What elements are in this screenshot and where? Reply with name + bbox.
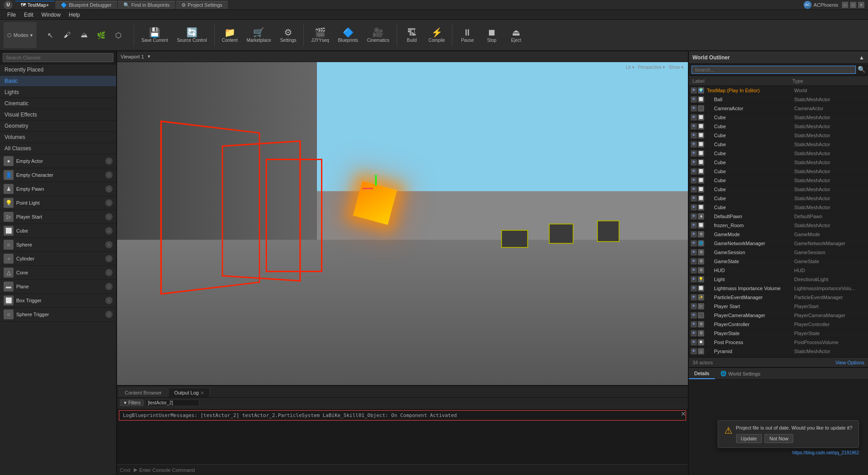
visibility-icon[interactable]: 👁 xyxy=(691,231,697,238)
outliner-row[interactable]: 👁 ⬜ Cube StaticMeshActor xyxy=(689,176,868,185)
menu-window[interactable]: Window xyxy=(38,11,64,19)
visibility-icon[interactable]: 👁 xyxy=(691,294,697,300)
outliner-row[interactable]: 👁 🎥 PlayerCameraManager PlayerCameraMana… xyxy=(689,311,868,320)
outliner-row[interactable]: 👁 ⬜ Lightmass Importance Volume Lightmas… xyxy=(689,284,868,293)
actor-info-button[interactable]: i xyxy=(105,199,113,206)
visibility-icon[interactable]: 👁 xyxy=(691,285,697,291)
build-button[interactable]: 🏗 Build xyxy=(401,22,423,48)
outliner-row[interactable]: 👁 ⬜ Cube StaticMeshActor xyxy=(689,140,868,149)
not-now-button[interactable]: Not Now xyxy=(764,434,793,443)
mode-foliage[interactable]: 🌿 xyxy=(93,26,109,44)
outliner-row[interactable]: 👁 ⬜ Ball StaticMeshActor xyxy=(689,95,868,104)
modes-button[interactable]: ⬡ Modes ▾ xyxy=(4,22,36,48)
category-lights[interactable]: Lights xyxy=(0,87,116,98)
console-input[interactable] xyxy=(139,467,685,473)
tab-output-log[interactable]: Output Log ✕ xyxy=(168,388,210,397)
visibility-icon[interactable]: 👁 xyxy=(691,141,697,148)
actor-info-button[interactable]: i xyxy=(105,255,113,262)
visibility-icon[interactable]: 👁 xyxy=(691,186,697,193)
world-outliner-collapse-icon[interactable]: ▲ xyxy=(859,54,864,61)
list-item[interactable]: ♟ Empty Pawn i xyxy=(0,182,116,196)
visibility-icon[interactable]: 👁 xyxy=(691,267,697,273)
outliner-row[interactable]: 👁 ⬜ Cube StaticMeshActor xyxy=(689,167,868,176)
visibility-icon[interactable]: 👁 xyxy=(691,258,697,264)
outliner-row[interactable]: 👁 ⚙ PlayerController PlayerController xyxy=(689,320,868,329)
minimize-button[interactable]: ─ xyxy=(842,2,848,8)
search-classes-input[interactable] xyxy=(3,53,113,62)
list-item[interactable]: 💡 Point Light i xyxy=(0,196,116,210)
tab-find-blueprints[interactable]: 🔍 Find in Blueprints xyxy=(118,1,175,9)
list-item[interactable]: ○ Sphere Trigger i xyxy=(0,308,116,322)
visibility-icon[interactable]: 👁 xyxy=(691,240,697,246)
settings-button[interactable]: ⚙ Settings xyxy=(276,22,300,48)
visibility-icon[interactable]: 👁 xyxy=(691,204,697,211)
outliner-row[interactable]: 👁 ✨ ParticleEventManager ParticleEventMa… xyxy=(689,293,868,302)
actor-info-button[interactable]: i xyxy=(105,283,113,290)
category-recently-placed[interactable]: Recently Placed xyxy=(0,64,116,76)
log-close-button[interactable]: ✕ xyxy=(681,410,686,417)
outliner-row[interactable]: 👁 ▷ Player Start PlayerStart xyxy=(689,302,868,311)
save-current-button[interactable]: 💾 Save Current xyxy=(138,22,172,48)
outliner-row[interactable]: 👁 ⚙ GameSession GameSession xyxy=(689,248,868,257)
blueprints-button[interactable]: 🔷 Blueprints xyxy=(335,22,362,48)
visibility-icon[interactable]: 👁 xyxy=(691,159,697,166)
category-cinematic[interactable]: Cinematic xyxy=(0,98,116,109)
visibility-icon[interactable]: 👁 xyxy=(691,123,697,130)
category-geometry[interactable]: Geometry xyxy=(0,121,116,132)
menu-edit[interactable]: Edit xyxy=(20,11,37,19)
outliner-row[interactable]: 👁 ⚙ GameMode GameMode xyxy=(689,230,868,239)
close-button[interactable]: × xyxy=(858,2,864,8)
visibility-icon[interactable]: 👁 xyxy=(691,213,697,220)
visibility-icon[interactable]: 👁 xyxy=(691,96,697,103)
outliner-row[interactable]: 👁 ♟ DefaultPawn DefaultPawn xyxy=(689,212,868,221)
update-button[interactable]: Update xyxy=(736,434,762,443)
outliner-row[interactable]: 👁 ⚙ HUD HUD xyxy=(689,266,868,275)
compile-button[interactable]: ⚡ Compile xyxy=(425,22,449,48)
outliner-row[interactable]: 👁 🎥 CameraActor CameraActor xyxy=(689,104,868,113)
category-basic[interactable]: Basic xyxy=(0,76,116,87)
eject-button[interactable]: ⏏ Eject xyxy=(505,22,527,48)
visibility-icon[interactable]: 👁 xyxy=(691,330,697,336)
list-item[interactable]: ⬜ Cube i xyxy=(0,224,116,238)
visibility-icon[interactable]: 👁 xyxy=(691,114,697,121)
list-item[interactable]: ● Empty Actor i xyxy=(0,154,116,168)
mode-landscape[interactable]: ⛰ xyxy=(76,26,92,44)
tab-details[interactable]: Details xyxy=(689,368,715,379)
filters-button[interactable]: ▼ Filters xyxy=(120,399,144,406)
mode-paint[interactable]: 🖌 xyxy=(59,26,75,44)
menu-help[interactable]: Help xyxy=(65,11,84,19)
visibility-icon[interactable]: 👁 xyxy=(691,177,697,184)
pause-button[interactable]: ⏸ Pause xyxy=(456,22,479,48)
outliner-row[interactable]: 👁 ⚙ PlayerState PlayerState xyxy=(689,329,868,338)
category-visual-effects[interactable]: Visual Effects xyxy=(0,109,116,121)
outliner-row[interactable]: 👁 △ Pyramid StaticMeshActor xyxy=(689,347,868,356)
visibility-icon[interactable]: 👁 xyxy=(691,150,697,157)
marketplace-button[interactable]: 🛒 Marketplace xyxy=(243,22,275,48)
list-item[interactable]: ⬜ Box Trigger i xyxy=(0,294,116,308)
list-item[interactable]: ▷ Player Start i xyxy=(0,210,116,224)
visibility-icon[interactable]: 👁 xyxy=(691,87,697,94)
outliner-row[interactable]: 👁 ⬜ Cube StaticMeshActor xyxy=(689,203,868,212)
visibility-icon[interactable]: 👁 xyxy=(691,276,697,282)
mode-select[interactable]: ↖ xyxy=(42,26,58,44)
actor-info-button[interactable]: i xyxy=(105,171,113,179)
outliner-row[interactable]: 👁 ⚙ GameState GameState xyxy=(689,257,868,266)
outliner-scroll[interactable]: 👁 🌍 TestMap (Play In Editor) World 👁 ⬜ B… xyxy=(689,86,868,357)
outliner-row[interactable]: 👁 ⬜ Cube StaticMeshActor xyxy=(689,194,868,203)
visibility-icon[interactable]: 👁 xyxy=(691,339,697,345)
visibility-icon[interactable]: 👁 xyxy=(691,348,697,354)
actor-info-button[interactable]: i xyxy=(105,185,113,193)
tab-content-browser[interactable]: Content Browser xyxy=(119,388,167,397)
filter-input[interactable] xyxy=(145,399,199,406)
outliner-row[interactable]: 👁 ⬜ Cube StaticMeshActor xyxy=(689,122,868,131)
content-button[interactable]: 📁 Content xyxy=(218,22,241,48)
outliner-row[interactable]: 👁 💡 Light DirectionalLight xyxy=(689,275,868,284)
jjyyseq-button[interactable]: 🎬 JJYYseq xyxy=(307,22,332,48)
outliner-row[interactable]: 👁 ⬜ Cube StaticMeshActor xyxy=(689,158,868,167)
visibility-icon[interactable]: 👁 xyxy=(691,105,697,112)
visibility-icon[interactable]: 👁 xyxy=(691,195,697,202)
actor-info-button[interactable]: i xyxy=(105,297,113,304)
visibility-icon[interactable]: 👁 xyxy=(691,168,697,175)
visibility-icon[interactable]: 👁 xyxy=(691,303,697,309)
tab-testmap[interactable]: 🗺 TestMap+ xyxy=(15,1,54,9)
